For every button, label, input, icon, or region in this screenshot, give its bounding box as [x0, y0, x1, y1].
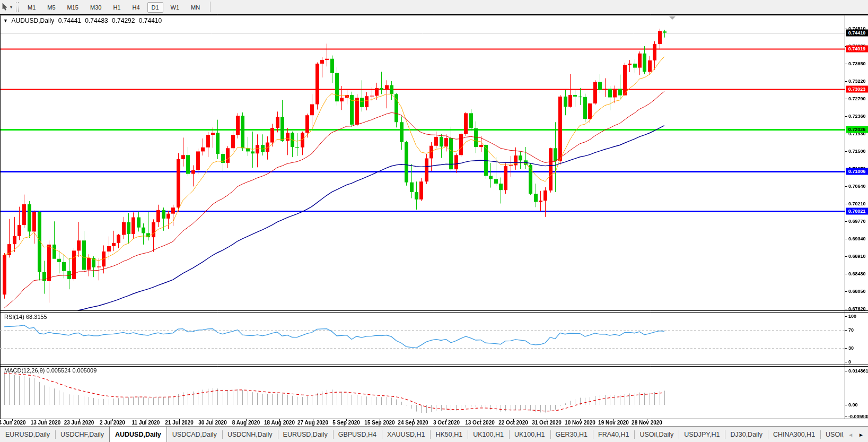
date-axis-label: 21 Jul 2020	[165, 420, 193, 426]
date-axis-label: 28 Nov 2020	[632, 420, 662, 426]
tab-usdcnh-daily[interactable]: USDCNH,Daily	[222, 427, 278, 442]
tab-usdchf-daily[interactable]: USDCHF,Daily	[55, 427, 109, 442]
tab-eurusd-daily[interactable]: EURUSD,Daily	[0, 427, 55, 442]
hline-price-box: 0.74019	[846, 45, 868, 52]
tab-usoil-h1[interactable]: USOil,H1	[820, 427, 844, 442]
tab-audusd-daily[interactable]: AUDUSD,Daily	[109, 427, 167, 442]
ohlc-low: 0.74292	[112, 17, 135, 24]
tab-uk100-h1[interactable]: UK100,H1	[468, 427, 509, 442]
timeframe-button-m15[interactable]: M15	[63, 2, 83, 13]
macd-axis-label: 0.014861	[848, 368, 868, 374]
tab-ger30-h1[interactable]: GER30,H1	[550, 427, 593, 442]
chart-symbol: AUDUSD,Daily	[12, 17, 55, 24]
price-axis-label: 0.70210	[848, 201, 866, 206]
date-axis-label: 18 Aug 2020	[264, 420, 295, 426]
ohlc-close: 0.74410	[139, 17, 162, 24]
tab-scroll-right-icon[interactable]: ►	[858, 432, 864, 438]
tab-scroll-arrows: ◄ ►	[844, 427, 868, 442]
macd-axis-label: 0.00	[848, 402, 858, 408]
tab-uk100-h1[interactable]: UK100,H1	[509, 427, 550, 442]
date-axis-label: 23 Jun 2020	[64, 420, 94, 426]
price-axis-label: 0.73650	[848, 61, 866, 66]
price-axis-label: 0.68910	[848, 254, 866, 259]
tab-usdcad-daily[interactable]: USDCAD,Daily	[167, 427, 222, 442]
price-axis-label: 0.71500	[848, 149, 866, 154]
timeframe-button-group: M1M5M15M30H1H4D1W1MN	[22, 2, 206, 12]
price-axis-label: 0.69340	[848, 236, 866, 241]
timeframe-button-h1[interactable]: H1	[109, 2, 125, 13]
date-axis-label: 24 Sep 2020	[398, 420, 428, 426]
price-axis-label: 0.69770	[848, 219, 866, 224]
date-axis-label: 13 Jun 2020	[31, 420, 61, 426]
tab-fra40-h1[interactable]: FRA40,H1	[593, 427, 634, 442]
date-axis-label: 2 Jul 2020	[100, 420, 125, 426]
price-axis-label: 0.72360	[848, 114, 866, 119]
timeframe-button-h4[interactable]: H4	[128, 2, 144, 13]
chart-menu-caret-icon[interactable]: ▼	[3, 18, 8, 23]
price-axis-label: 0.72790	[848, 96, 866, 101]
tab-hk50-h1[interactable]: HK50,H1	[430, 427, 468, 442]
price-axis-label: 0.68480	[848, 271, 866, 276]
date-axis-label: 4 Jun 2020	[0, 420, 26, 426]
price-axis-label: 0.70640	[848, 184, 866, 189]
rsi-axis-label: 70	[848, 327, 854, 333]
price-axis-label: 0.73220	[848, 79, 866, 84]
toolbar-grip[interactable]	[16, 2, 19, 12]
tab-scroll-left-icon[interactable]: ◄	[848, 432, 853, 438]
rsi-indicator-label: RSI(14) 68.3155	[4, 314, 47, 320]
date-axis-label: 13 Oct 2020	[465, 420, 495, 426]
hline-price-box: 0.73023	[846, 85, 868, 92]
tab-usdjpy-h1[interactable]: USDJPY,H1	[679, 427, 725, 442]
symbol-tab-bar: EURUSD,DailyUSDCHF,DailyAUDUSD,DailyUSDC…	[0, 426, 868, 442]
price-axis-label: 0.68050	[848, 289, 866, 294]
timeframe-button-mn[interactable]: MN	[187, 2, 204, 13]
ohlc-high: 0.74483	[85, 17, 108, 24]
date-axis-label: 3 Oct 2020	[433, 420, 460, 426]
date-axis-label: 22 Oct 2020	[498, 420, 528, 426]
tab-xauusd-h1[interactable]: XAUUSD,H1	[382, 427, 431, 442]
current-price-box: 0.74410	[846, 29, 868, 36]
symbol-tabs: EURUSD,DailyUSDCHF,DailyAUDUSD,DailyUSDC…	[0, 427, 844, 442]
tab-eurusd-daily[interactable]: EURUSD,Daily	[278, 427, 333, 442]
date-axis-label: 27 Aug 2020	[297, 420, 328, 426]
chart-title[interactable]: ▼ AUDUSD,Daily 0.74441 0.74483 0.74292 0…	[3, 17, 164, 24]
date-axis-label: 11 Jul 2020	[132, 420, 160, 426]
timeframe-button-m1[interactable]: M1	[23, 2, 40, 13]
ohlc-open: 0.74441	[58, 17, 81, 24]
hline-price-box: 0.70021	[846, 207, 868, 214]
tab-china300-h1[interactable]: CHINA300,H1	[768, 427, 820, 442]
date-axis-label: 15 Sep 2020	[364, 420, 394, 426]
price-axis-label: 0.67620	[848, 306, 866, 311]
tab-dj30-daily[interactable]: DJ30,Daily	[725, 427, 767, 442]
date-axis-label: 31 Oct 2020	[532, 420, 562, 426]
date-axis-label: 19 Nov 2020	[598, 420, 629, 426]
date-axis-label: 5 Sep 2020	[332, 420, 360, 426]
toolbar-separator	[210, 2, 211, 12]
timeframe-button-d1[interactable]: D1	[147, 2, 163, 13]
date-axis-label: 10 Nov 2020	[565, 420, 595, 426]
price-chart-canvas[interactable]	[0, 0, 868, 442]
hline-price-box: 0.71006	[846, 168, 868, 175]
tab-gbpusd-h4[interactable]: GBPUSD,H4	[333, 427, 382, 442]
macd-indicator-label: MACD(12,26,9) 0.005524 0.005009	[4, 367, 97, 374]
rsi-axis-label: 0	[848, 359, 851, 365]
toolbar: ▾ M1M5M15M30H1H4D1W1MN	[0, 0, 868, 14]
hline-price-box: 0.72026	[846, 126, 868, 133]
macd-axis-label: -0.005938	[848, 414, 868, 419]
tab-usoil-daily[interactable]: USOil,Daily	[634, 427, 679, 442]
date-axis-label: 30 Jul 2020	[198, 420, 226, 426]
cursor-icon[interactable]	[1, 3, 10, 11]
timeframe-button-m5[interactable]: M5	[43, 2, 59, 13]
timeframe-button-w1[interactable]: W1	[166, 2, 184, 13]
rsi-axis-label: 30	[848, 345, 854, 351]
chevron-down-icon[interactable]: ▾	[10, 5, 12, 10]
timeframe-button-m30[interactable]: M30	[86, 2, 106, 13]
date-axis-label: 8 Aug 2020	[232, 420, 260, 426]
rsi-axis-label: 100	[848, 314, 856, 319]
